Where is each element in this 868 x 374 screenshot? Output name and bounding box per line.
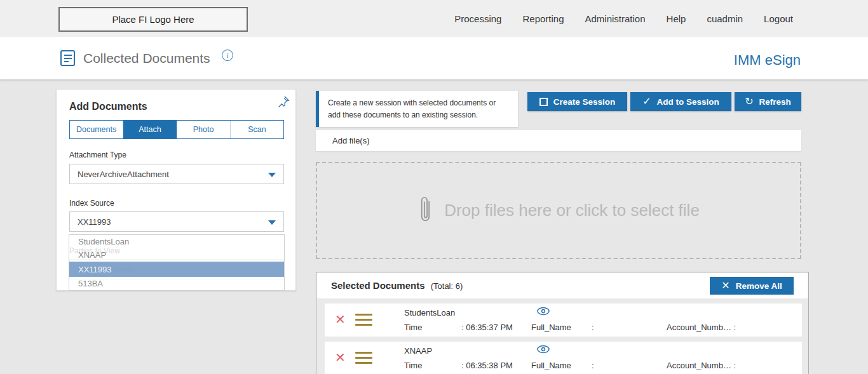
app-header: Collected Documents i IMM eSign bbox=[0, 37, 868, 79]
add-documents-tabs: Documents Attach Photo Scan bbox=[69, 120, 284, 139]
delete-document-icon[interactable]: ✕ bbox=[335, 312, 346, 327]
selected-documents-panel: Selected Documents (Total: 6) ✕ Remove A… bbox=[316, 272, 809, 374]
check-icon: ✓ bbox=[642, 97, 651, 107]
top-navigation: Processing Reporting Administration Help… bbox=[454, 0, 793, 37]
pin-icon[interactable] bbox=[276, 95, 290, 111]
selected-documents-total: (Total: 6) bbox=[431, 281, 463, 291]
document-row: ✕ StudentsLoan Time : 06:35:37 PM Full_N… bbox=[325, 304, 802, 337]
index-source-value: XX11993 bbox=[78, 217, 111, 227]
close-icon: ✕ bbox=[721, 281, 729, 291]
option-513ba[interactable]: 513BA bbox=[69, 277, 284, 290]
nav-user-cuadmin[interactable]: cuadmin bbox=[707, 13, 743, 24]
tab-documents[interactable]: Documents bbox=[70, 121, 123, 138]
add-files-label: Add file(s) bbox=[332, 136, 370, 145]
full-name-value: : bbox=[592, 361, 594, 370]
option-xnaap[interactable]: XNAAP bbox=[69, 248, 284, 262]
attachment-type-select[interactable]: NeverArchiveAttachment bbox=[69, 164, 284, 184]
top-bar: Place FI Logo Here Processing Reporting … bbox=[0, 0, 868, 37]
option-xx11993-selected[interactable]: XX11993 bbox=[69, 262, 284, 277]
selected-documents-title: Selected Documents bbox=[331, 280, 425, 291]
chevron-down-icon bbox=[268, 173, 276, 177]
info-icon[interactable]: i bbox=[222, 50, 233, 61]
nav-reporting[interactable]: Reporting bbox=[522, 13, 564, 24]
main-content: Add Documents Documents Attach Photo Sca… bbox=[0, 79, 868, 374]
create-session-button[interactable]: Create Session bbox=[527, 92, 627, 111]
delete-document-icon[interactable]: ✕ bbox=[335, 350, 346, 365]
account-number-label: Account_Numb… : bbox=[667, 361, 736, 370]
paperclip-icon bbox=[417, 195, 434, 227]
attachment-type-value: NeverArchiveAttachment bbox=[78, 170, 169, 179]
attachment-type-label: Attachment Type bbox=[69, 150, 126, 159]
tab-photo[interactable]: Photo bbox=[177, 121, 231, 138]
tab-attach[interactable]: Attach bbox=[123, 121, 177, 138]
time-label: Time bbox=[404, 361, 422, 370]
refresh-button[interactable]: ↻ Refresh bbox=[735, 92, 801, 111]
dropzone-text: Drop files here or click to select file bbox=[444, 201, 700, 220]
full-name-label: Full_Name bbox=[531, 323, 571, 332]
add-files-bar[interactable]: Add file(s) bbox=[316, 130, 801, 151]
time-label: Time bbox=[404, 323, 422, 332]
chevron-down-icon bbox=[268, 220, 276, 225]
index-source-select[interactable]: XX11993 bbox=[69, 211, 284, 232]
fi-logo-placeholder: Place FI Logo Here bbox=[58, 7, 248, 32]
refresh-label: Refresh bbox=[759, 97, 791, 107]
remove-all-label: Remove All bbox=[736, 281, 782, 291]
preview-eye-icon[interactable] bbox=[536, 306, 550, 319]
create-session-label: Create Session bbox=[553, 97, 616, 107]
option-studentsloan[interactable]: StudentsLoan bbox=[69, 235, 284, 248]
collected-documents-page: Place FI Logo Here Processing Reporting … bbox=[0, 0, 868, 374]
collected-documents-icon bbox=[60, 50, 76, 69]
time-value: : 06:35:37 PM bbox=[461, 323, 513, 332]
add-documents-title: Add Documents bbox=[69, 101, 147, 112]
full-name-label: Full_Name bbox=[531, 361, 571, 370]
remove-all-button[interactable]: ✕ Remove All bbox=[710, 277, 794, 295]
document-name: StudentsLoan bbox=[404, 308, 455, 317]
drag-handle-icon[interactable] bbox=[355, 352, 372, 367]
tab-scan[interactable]: Scan bbox=[231, 121, 283, 138]
nav-administration[interactable]: Administration bbox=[585, 13, 646, 24]
preview-eye-icon[interactable] bbox=[536, 344, 550, 357]
selected-documents-header: Selected Documents (Total: 6) ✕ Remove A… bbox=[317, 273, 808, 298]
brand-imm-esign: IMM eSign bbox=[734, 52, 801, 69]
index-source-label: Index Source bbox=[69, 199, 114, 208]
file-dropzone[interactable]: Drop files here or click to select file bbox=[316, 162, 801, 259]
account-number-label: Account_Numb… : bbox=[667, 323, 736, 332]
add-to-session-button[interactable]: ✓ Add to Session bbox=[630, 92, 731, 111]
add-documents-card: Add Documents Documents Attach Photo Sca… bbox=[56, 89, 296, 291]
selected-documents-title-wrap: Selected Documents (Total: 6) bbox=[331, 280, 463, 291]
page-title: Collected Documents bbox=[83, 51, 210, 66]
session-info-message: Create a new session with selected docum… bbox=[316, 91, 518, 127]
nav-processing[interactable]: Processing bbox=[454, 13, 501, 24]
square-icon bbox=[539, 98, 548, 106]
add-to-session-label: Add to Session bbox=[657, 97, 719, 107]
index-source-dropdown-list: StudentsLoan XNAAP XX11993 513BA bbox=[69, 234, 285, 291]
nav-help[interactable]: Help bbox=[667, 13, 686, 24]
nav-logout[interactable]: Logout bbox=[764, 13, 793, 24]
drag-handle-icon[interactable] bbox=[355, 314, 372, 329]
document-row: ✕ XNAAP Time : 06:35:38 PM Full_Name : A… bbox=[325, 342, 802, 374]
full-name-value: : bbox=[592, 323, 594, 332]
time-value: : 06:35:38 PM bbox=[461, 361, 513, 370]
document-name: XNAAP bbox=[404, 346, 432, 356]
refresh-icon: ↻ bbox=[745, 97, 753, 107]
